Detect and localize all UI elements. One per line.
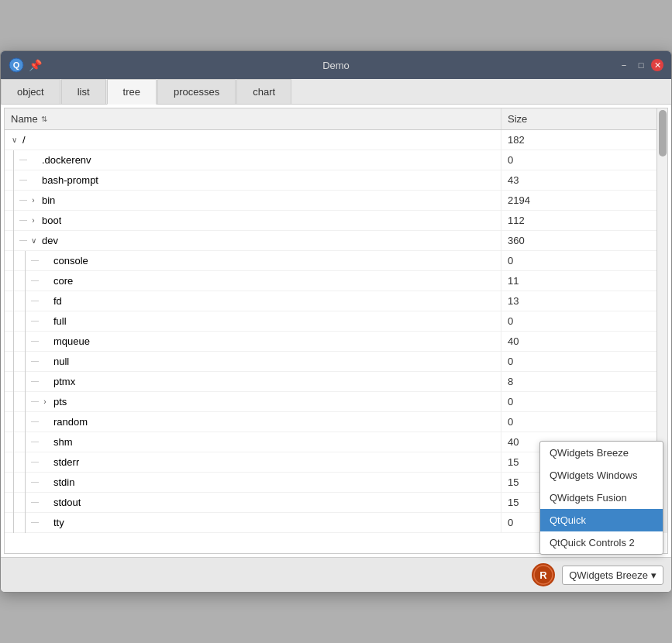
tree-cell-size: 40 <box>501 335 656 347</box>
tree-cell-size: 0 <box>501 416 656 428</box>
node-name: shm <box>53 436 73 448</box>
tab-object[interactable]: object <box>1 79 60 104</box>
theme-dropdown-menu[interactable]: QWidgets BreezeQWidgets WindowsQWidgets … <box>539 441 663 555</box>
tree-horiz-line <box>31 462 39 462</box>
tree-horiz-line <box>31 401 39 402</box>
tab-list[interactable]: list <box>61 79 106 104</box>
tree-row[interactable]: null0 <box>5 352 656 372</box>
tree-vert-line <box>13 493 14 513</box>
name-column-header[interactable]: Name ⇅ <box>5 108 501 129</box>
tree-horiz-line <box>31 321 39 322</box>
dropdown-item[interactable]: QWidgets Breeze <box>540 442 663 464</box>
node-name: boot <box>42 215 61 226</box>
expand-icon[interactable]: › <box>39 396 51 408</box>
node-name: full <box>53 315 67 327</box>
window-controls: − □ ✕ <box>617 58 663 72</box>
tree-vert-line <box>13 432 14 452</box>
tree-cell-size: 112 <box>501 215 656 226</box>
node-name: ptmx <box>53 376 75 387</box>
tree-vert-line <box>25 291 26 311</box>
tree-cell-name: console <box>5 251 501 271</box>
tree-row[interactable]: random0 <box>5 412 656 432</box>
svg-text:R: R <box>539 569 547 581</box>
tree-horiz-line <box>19 200 27 201</box>
node-name: bin <box>42 194 55 206</box>
tree-vert-line <box>13 513 14 533</box>
tree-row[interactable]: ∨/182 <box>5 130 656 150</box>
tree-row[interactable]: ›bin2194 <box>5 191 656 211</box>
minimize-button[interactable]: − <box>617 58 631 72</box>
tree-vert-line <box>25 473 26 493</box>
tree-cell-name: stdin <box>5 473 501 493</box>
tree-vert-line <box>25 432 26 452</box>
tree-cell-name: ∨dev <box>5 231 501 251</box>
tab-chart[interactable]: chart <box>236 79 291 104</box>
tree-vert-line <box>13 170 14 191</box>
tree-vert-line <box>25 352 26 372</box>
theme-dropdown-button[interactable]: QWidgets Breeze ▾ <box>562 566 663 585</box>
node-name: pts <box>53 396 67 407</box>
tree-vert-line <box>13 191 14 211</box>
tree-cell-name: null <box>5 352 501 372</box>
scrollbar-thumb[interactable] <box>659 110 667 156</box>
maximize-button[interactable]: □ <box>634 58 648 72</box>
tree-vert-line <box>13 473 14 493</box>
tree-vert-line <box>13 372 14 392</box>
theme-label: QWidgets Breeze <box>569 569 648 581</box>
tree-row[interactable]: core11 <box>5 271 656 291</box>
tree-cell-size: 360 <box>501 235 656 246</box>
tree-horiz-line <box>31 442 39 442</box>
tree-row[interactable]: ›boot112 <box>5 211 656 231</box>
tree-cell-size: 2194 <box>501 194 656 206</box>
dropdown-item[interactable]: QWidgets Windows <box>540 464 663 487</box>
tree-row[interactable]: mqueue40 <box>5 332 656 352</box>
tab-tree[interactable]: tree <box>107 79 157 105</box>
pin-icon[interactable]: 📌 <box>29 59 42 71</box>
tree-vert-line <box>13 352 14 372</box>
tree-vert-line <box>13 271 14 291</box>
tree-row[interactable]: ptmx8 <box>5 372 656 392</box>
tree-row[interactable]: ›pts0 <box>5 392 656 412</box>
tree-horiz-line <box>31 502 39 503</box>
tree-row[interactable]: .dockerenv0 <box>5 150 656 170</box>
node-name: dev <box>42 235 58 246</box>
tree-cell-name: shm <box>5 432 501 452</box>
tree-cell-size: 8 <box>501 376 656 387</box>
tree-cell-name: ptmx <box>5 372 501 392</box>
node-name: fd <box>53 295 62 307</box>
dropdown-item[interactable]: QtQuick Controls 2 <box>540 531 663 554</box>
tree-row[interactable]: fd13 <box>5 291 656 311</box>
node-name: stdin <box>53 476 74 488</box>
tree-horiz-line <box>31 381 39 382</box>
tree-vert-line <box>25 452 26 473</box>
tree-vert-line <box>25 251 26 271</box>
sort-icon: ⇅ <box>41 115 47 123</box>
node-name: bash-prompt <box>42 174 98 186</box>
tree-vert-line <box>25 392 26 412</box>
tree-cell-name: mqueue <box>5 332 501 352</box>
tree-row[interactable]: ∨dev360 <box>5 231 656 251</box>
tree-vert-line <box>25 412 26 432</box>
tree-vert-line <box>25 372 26 392</box>
tree-cell-name: tty <box>5 513 501 533</box>
tree-row[interactable]: console0 <box>5 251 656 271</box>
dropdown-item[interactable]: QtQuick <box>540 509 663 531</box>
expand-icon[interactable]: › <box>27 194 40 207</box>
tree-cell-name: stderr <box>5 452 501 473</box>
main-window: Q 📌 Demo − □ ✕ objectlisttreeprocessesch… <box>0 50 672 593</box>
rust-logo: R <box>531 562 556 587</box>
tree-vert-line <box>25 311 26 332</box>
tree-row[interactable]: bash-prompt43 <box>5 170 656 191</box>
tree-horiz-line <box>31 260 39 261</box>
close-button[interactable]: ✕ <box>651 59 663 71</box>
tab-processes[interactable]: processes <box>157 79 236 104</box>
size-column-header[interactable]: Size <box>501 108 656 129</box>
tree-row[interactable]: full0 <box>5 311 656 332</box>
svg-text:Q: Q <box>13 60 20 70</box>
dropdown-item[interactable]: QWidgets Fusion <box>540 487 663 509</box>
collapse-icon[interactable]: ∨ <box>27 235 40 247</box>
tree-cell-name: bash-prompt <box>5 170 501 191</box>
expand-icon[interactable]: › <box>27 215 40 227</box>
collapse-icon[interactable]: ∨ <box>8 134 20 146</box>
app-logo: Q <box>9 57 24 73</box>
